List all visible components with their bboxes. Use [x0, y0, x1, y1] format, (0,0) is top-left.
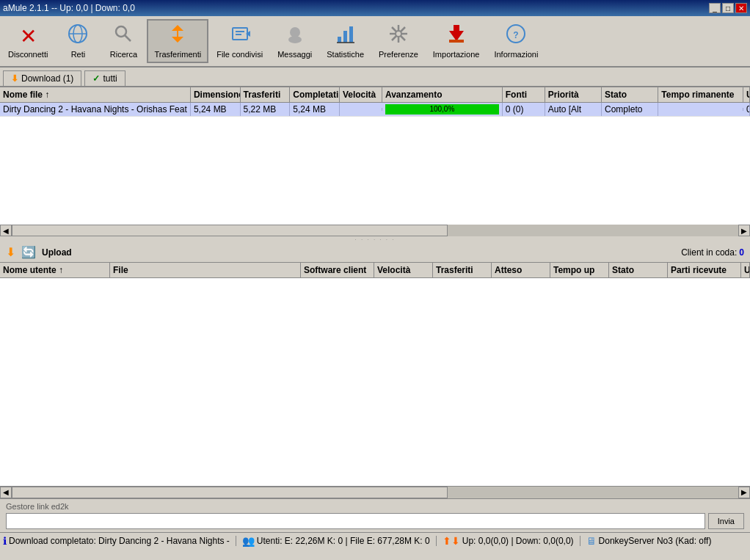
scroll-left-arrow[interactable]: ◀ — [0, 225, 12, 236]
disconnect-label: Disconnetti — [8, 50, 48, 59]
shared-button[interactable]: File condivisi — [210, 20, 269, 62]
download-scrollbar[interactable]: ◀ ▶ — [0, 225, 750, 236]
up-col-uploaded[interactable]: Uplc — [741, 263, 750, 277]
up-col-uptime[interactable]: Tempo up — [550, 263, 609, 277]
networks-label: Reti — [71, 50, 86, 59]
svg-marker-5 — [172, 25, 183, 31]
upload-table-header: Nome utente ↑ File Software client Veloc… — [0, 263, 750, 278]
titlebar: aMule 2.1.1 -- Up: 0,0 | Down: 0,0 _ □ ✕ — [0, 0, 750, 16]
up-col-transferred[interactable]: Trasferiti — [433, 263, 492, 277]
all-tab[interactable]: ✓ tutti — [84, 70, 125, 86]
table-row[interactable]: Dirty Dancing 2 - Havana Nights - Orisha… — [0, 103, 750, 117]
scroll-track[interactable] — [12, 225, 738, 236]
svg-point-3 — [116, 26, 126, 37]
up-scroll-left[interactable]: ◀ — [0, 487, 12, 498]
svg-point-13 — [288, 36, 302, 43]
col-last[interactable]: Ultima — [743, 87, 750, 102]
tabbar: ⬇ Download (1) ✓ tutti — [0, 68, 750, 87]
networks-icon — [68, 23, 88, 48]
up-col-status[interactable]: Stato — [609, 263, 668, 277]
upload-scrollbar[interactable]: ◀ ▶ — [0, 486, 750, 498]
status-updown-text: Up: 0,0(0,0) | Down: 0,0(0,0) — [462, 536, 574, 546]
stats-label: Statistiche — [327, 50, 364, 59]
up-col-parts[interactable]: Parti ricevute — [668, 263, 741, 277]
transfers-button[interactable]: Trasferimenti — [147, 19, 208, 63]
minimize-button[interactable]: _ — [709, 3, 721, 13]
status-message: ℹ Download completato: Dirty Dancing 2 -… — [3, 535, 230, 547]
search-button[interactable]: Ricerca — [101, 20, 145, 62]
status-server: 🖥 DonkeyServer No3 (Kad: off) — [586, 535, 712, 547]
statusbar: ℹ Download completato: Dirty Dancing 2 -… — [0, 532, 750, 548]
col-name[interactable]: Nome file ↑ — [0, 87, 191, 102]
up-col-waiting[interactable]: Atteso — [492, 263, 550, 277]
up-scroll-thumb[interactable] — [12, 487, 448, 498]
svg-marker-23 — [449, 25, 464, 41]
status-users-text: Utenti: E: 22,26M K: 0 | File E: 677,28M… — [257, 536, 430, 546]
ed2k-send-button[interactable]: Invia — [708, 513, 744, 529]
disconnect-button[interactable]: ✕ Disconnetti — [1, 21, 54, 62]
svg-rect-14 — [338, 37, 341, 43]
scroll-right-arrow[interactable]: ▶ — [738, 225, 750, 236]
col-remaining[interactable]: Tempo rimanente — [658, 87, 743, 102]
download-rows: Dirty Dancing 2 - Havana Nights - Orisha… — [0, 103, 750, 225]
row-remaining — [658, 108, 743, 111]
up-col-name[interactable]: Nome utente ↑ — [0, 263, 110, 277]
up-col-file[interactable]: File — [110, 263, 301, 277]
messages-label: Messaggi — [277, 50, 312, 59]
col-transferred[interactable]: Trasferiti — [241, 87, 291, 102]
import-icon — [446, 23, 467, 48]
svg-rect-16 — [349, 26, 353, 43]
svg-point-12 — [290, 27, 300, 37]
titlebar-controls: _ □ ✕ — [709, 3, 747, 13]
col-priority[interactable]: Priorità — [545, 87, 602, 102]
row-completed: 5,24 MB — [290, 103, 340, 116]
col-completed[interactable]: Completati — [290, 87, 340, 102]
preferences-label: Preferenze — [379, 50, 418, 59]
queue-label: Client in coda: — [681, 247, 737, 258]
all-tab-label: tutti — [103, 73, 117, 84]
ed2k-input-row: Invia — [6, 513, 744, 529]
info-icon: ? — [506, 23, 526, 48]
resize-handle[interactable]: · · · · · · · — [0, 236, 750, 242]
status-users: 👥 Utenti: E: 22,26M K: 0 | File E: 677,2… — [242, 535, 430, 547]
up-col-speed[interactable]: Velocità — [374, 263, 433, 277]
row-last: 06/06 — [743, 103, 750, 116]
transfers-label: Trasferimenti — [154, 50, 201, 59]
messages-button[interactable]: Messaggi — [271, 20, 318, 62]
col-sources[interactable]: Fonti — [503, 87, 545, 102]
up-scroll-right[interactable]: ▶ — [738, 487, 750, 498]
preferences-button[interactable]: Preferenze — [372, 20, 425, 62]
ed2k-bar: Gestore link ed2k Invia — [0, 498, 750, 532]
col-progress[interactable]: Avanzamento — [382, 87, 503, 102]
upload-rows — [0, 278, 750, 486]
row-status: Completo — [602, 103, 658, 116]
search-label: Ricerca — [110, 50, 137, 59]
disconnect-icon: ✕ — [20, 24, 37, 48]
col-speed[interactable]: Velocità — [340, 87, 382, 102]
svg-marker-6 — [172, 37, 183, 43]
stats-button[interactable]: Statistiche — [320, 20, 371, 62]
col-size[interactable]: Dimensione — [191, 87, 241, 102]
preferences-icon — [388, 23, 409, 48]
scroll-thumb[interactable] — [12, 225, 448, 236]
networks-button[interactable]: Reti — [56, 20, 100, 62]
col-status[interactable]: Stato — [602, 87, 658, 102]
svg-rect-10 — [236, 34, 241, 35]
maximize-button[interactable]: □ — [722, 3, 734, 13]
ed2k-input[interactable] — [6, 513, 705, 529]
up-col-client[interactable]: Software client — [301, 263, 374, 277]
download-tab[interactable]: ⬇ Download (1) — [3, 70, 81, 86]
svg-rect-24 — [449, 40, 464, 43]
up-scroll-track[interactable] — [12, 487, 738, 498]
upload-header: ⬇ 🔄 Upload Client in coda: 0 — [0, 242, 750, 263]
download-icon: ⬇ — [11, 73, 18, 84]
download-panel: Nome file ↑ Dimensione Trasferiti Comple… — [0, 87, 750, 225]
info-button[interactable]: ? Informazioni — [487, 20, 545, 62]
upload-panel: ⬇ 🔄 Upload Client in coda: 0 Nome utente… — [0, 242, 750, 486]
queue-info: Client in coda: 0 — [681, 247, 744, 258]
row-name: Dirty Dancing 2 - Havana Nights - Orisha… — [0, 103, 191, 116]
svg-rect-15 — [343, 31, 347, 43]
upload-refresh-icon[interactable]: 🔄 — [21, 245, 36, 259]
import-button[interactable]: Importazione — [426, 20, 487, 62]
close-button[interactable]: ✕ — [735, 3, 747, 13]
